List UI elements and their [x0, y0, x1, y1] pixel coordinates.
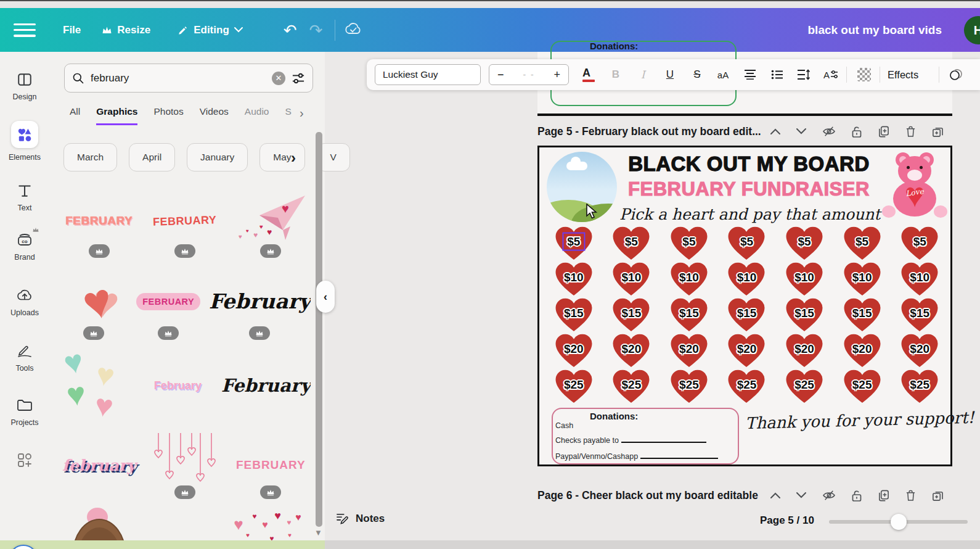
alignment-button[interactable]	[739, 64, 761, 85]
heart-25-col3[interactable]: $25	[660, 368, 718, 404]
tab-all[interactable]: All	[70, 106, 80, 125]
move-page-up-icon[interactable]	[770, 128, 780, 134]
heart-20-col7[interactable]: $20	[891, 332, 949, 368]
hide-page-icon[interactable]	[822, 126, 836, 137]
delete-page-icon[interactable]	[905, 126, 916, 138]
graphic-result-6[interactable]: February	[209, 260, 311, 342]
text-case-button[interactable]: aA	[712, 64, 734, 85]
heart-10-col6[interactable]: $10	[833, 261, 891, 297]
landscape-photo-placeholder[interactable]	[547, 152, 617, 222]
heart-15-col5[interactable]: $15	[775, 297, 833, 332]
heart-25-col5[interactable]: $25	[775, 368, 833, 404]
heart-5-col6[interactable]: $5	[833, 225, 891, 261]
heart-20-col5[interactable]: $20	[775, 332, 833, 368]
zoom-slider[interactable]	[829, 520, 968, 524]
heart-15-col2[interactable]: $15	[603, 297, 661, 332]
page-5-design[interactable]: BLACK OUT MY BOARD FEBRUARY FUNDRAISER P…	[537, 146, 952, 466]
chips-next-arrow-icon[interactable]: ›	[291, 149, 296, 167]
hide-page-icon[interactable]	[822, 490, 836, 501]
lock-page-icon[interactable]	[852, 126, 862, 138]
letter-spacing-button[interactable]: A	[820, 64, 842, 85]
chip-may[interactable]: May	[259, 143, 304, 171]
heart-25-col1[interactable]: $25	[545, 368, 603, 404]
undo-button[interactable]: ↶	[277, 20, 303, 41]
resize-button[interactable]: Resize	[93, 18, 159, 43]
heart-5-col1[interactable]: $5	[545, 225, 603, 261]
sidebar-item-text[interactable]: Text	[0, 180, 49, 212]
heart-25-col2[interactable]: $25	[603, 368, 661, 404]
design-subtitle[interactable]: FEBRUARY FUNDRAISER	[626, 178, 872, 200]
graphic-result-8[interactable]: February	[140, 342, 215, 429]
page6-title[interactable]: Page 6 - Cheer black out my board editab…	[537, 489, 758, 502]
search-input[interactable]	[91, 72, 266, 85]
sidebar-item-design[interactable]: Design	[0, 69, 49, 101]
filter-icon[interactable]	[292, 72, 305, 85]
sidebar-item-elements[interactable]: Elements	[0, 125, 49, 162]
tab-shapes[interactable]: S	[285, 106, 291, 125]
graphic-result-9[interactable]: February	[221, 342, 311, 429]
graphic-result-3-paper-plane[interactable]: ♥ ♥ ♥ ♥ ♥ ♥	[231, 181, 311, 260]
bold-button[interactable]: B	[605, 64, 627, 85]
tab-videos[interactable]: Videos	[200, 106, 229, 125]
duplicate-page-icon[interactable]	[878, 126, 889, 138]
graphic-result-1[interactable]: FEBRUARY	[59, 181, 139, 260]
tab-graphics[interactable]: Graphics	[96, 106, 137, 125]
teddy-bear-graphic[interactable]: ♥ Love	[882, 154, 947, 220]
heart-10-col1[interactable]: $10	[545, 261, 603, 297]
graphic-result-11-hanging-hearts[interactable]	[145, 429, 224, 502]
heart-5-col7[interactable]: $5	[891, 225, 949, 261]
clear-search-icon[interactable]: ✕	[272, 72, 285, 85]
duplicate-page-icon[interactable]	[878, 490, 889, 502]
design-tagline[interactable]: Pick a heart and pay that amount	[619, 205, 878, 223]
tabs-more-chevron-icon[interactable]: ›	[300, 106, 304, 120]
move-page-down-icon[interactable]	[796, 128, 806, 134]
heart-10-col2[interactable]: $10	[603, 261, 661, 297]
chip-march[interactable]: March	[63, 143, 117, 171]
bullet-list-button[interactable]	[766, 64, 788, 85]
heart-10-col7[interactable]: $10	[891, 261, 949, 297]
font-family-selector[interactable]: Luckiest Guy	[375, 64, 481, 85]
sidebar-item-tools[interactable]: Tools	[0, 341, 49, 373]
search-box[interactable]: ✕	[64, 64, 313, 93]
font-size-minus-button[interactable]: −	[497, 68, 504, 81]
graphic-result-5[interactable]: FEBRUARY	[134, 260, 202, 342]
page-indicator[interactable]: Page 5 / 10	[760, 514, 814, 527]
heart-10-col3[interactable]: $10	[660, 261, 718, 297]
graphic-result-7-candy-hearts[interactable]: ♥ ♥ ♥ ♥	[59, 342, 134, 429]
scroll-down-icon[interactable]: ▼	[314, 528, 322, 537]
graphic-result-15-hearts-scatter[interactable]: ♥ ♥ ♥ ♥ ♥ ♥ ♥ ♥ ♥	[231, 502, 311, 540]
sidebar-item-apps[interactable]	[0, 450, 49, 471]
zoom-slider-thumb[interactable]	[891, 514, 907, 530]
page5-title[interactable]: Page 5 - February black out my board edi…	[537, 125, 761, 138]
sidebar-item-projects[interactable]: Projects	[0, 395, 49, 427]
font-size-stepper[interactable]: − - - +	[489, 64, 569, 85]
tab-photos[interactable]: Photos	[153, 106, 183, 125]
heart-5-col2[interactable]: $5	[603, 225, 661, 261]
panel-collapse-handle[interactable]: ‹	[316, 281, 335, 313]
graphic-result-13-beanie-character[interactable]	[59, 502, 139, 540]
heart-20-col4[interactable]: $20	[718, 332, 776, 368]
heart-5-col4[interactable]: $5	[718, 225, 776, 261]
heart-20-col1[interactable]: $20	[545, 332, 603, 368]
heart-5-col5[interactable]: $5	[775, 225, 833, 261]
hamburger-menu-icon[interactable]	[14, 23, 36, 37]
graphic-result-2[interactable]: FEBRUARY	[145, 181, 224, 260]
donations-box[interactable]: Donations: Cash Checks payable to Paypal…	[552, 408, 739, 464]
chip-april[interactable]: April	[129, 143, 175, 171]
move-page-down-icon[interactable]	[796, 492, 806, 498]
add-page-icon[interactable]	[932, 490, 944, 502]
design-title[interactable]: BLACK OUT MY BOARD	[626, 152, 872, 176]
graphic-result-10[interactable]: february	[59, 429, 139, 502]
notes-button[interactable]: Notes	[336, 513, 385, 525]
heart-15-col4[interactable]: $15	[718, 297, 776, 332]
thank-you-text[interactable]: Thank you for your support!	[745, 409, 949, 433]
heart-15-col6[interactable]: $15	[833, 297, 891, 332]
graphic-result-4-two-hearts[interactable]: ♥ ♥	[59, 260, 128, 342]
lock-page-icon[interactable]	[852, 490, 862, 502]
editing-mode-dropdown[interactable]: Editing	[169, 18, 251, 43]
heart-15-col3[interactable]: $15	[660, 297, 718, 332]
tab-audio[interactable]: Audio	[245, 106, 269, 125]
underline-button[interactable]: U	[659, 64, 681, 85]
move-page-up-icon[interactable]	[770, 492, 780, 498]
heart-20-col3[interactable]: $20	[660, 332, 718, 368]
